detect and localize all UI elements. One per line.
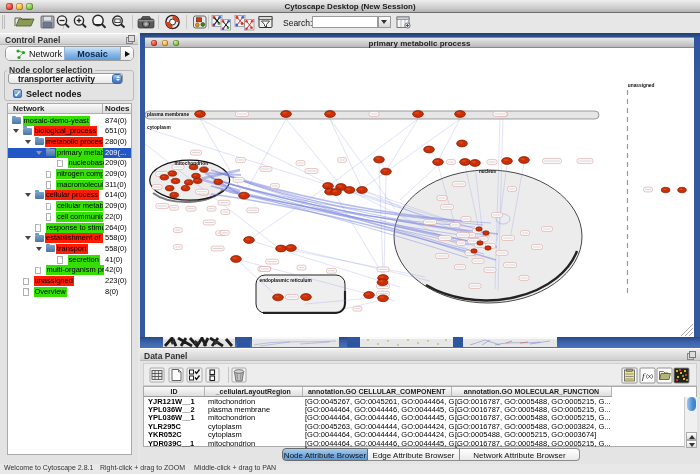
svg-text:nucleus: nucleus	[479, 169, 497, 174]
svg-text:unassigned: unassigned	[628, 83, 655, 88]
svg-text:plasma membrane: plasma membrane	[147, 112, 189, 117]
svg-text:cytoplasm: cytoplasm	[147, 125, 171, 130]
svg-text:mitochondrion: mitochondrion	[175, 161, 209, 166]
svg-text:endoplasmic reticulum: endoplasmic reticulum	[260, 278, 312, 283]
svg-text:(x): (x)	[646, 373, 653, 379]
